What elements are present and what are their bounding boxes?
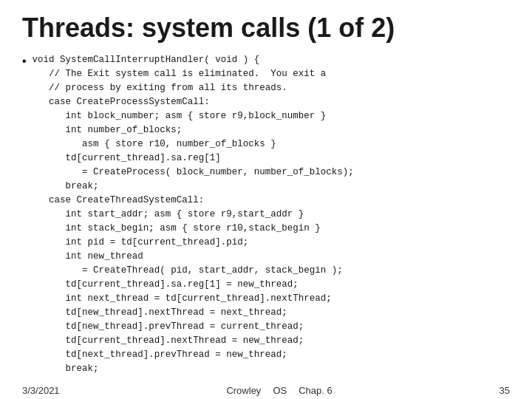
content-area: • void SystemCallInterruptHandler( void … xyxy=(22,53,510,379)
footer-date: 3/3/2021 xyxy=(22,385,60,396)
footer-course: OS xyxy=(273,385,287,396)
footer-chapter: Chap. 6 xyxy=(299,385,332,396)
slide: Threads: system calls (1 of 2) • void Sy… xyxy=(0,0,532,399)
code-content: void SystemCallInterruptHandler( void ) … xyxy=(33,53,354,376)
slide-title: Threads: system calls (1 of 2) xyxy=(22,13,510,43)
footer-center: Crowley OS Chap. 6 xyxy=(226,385,332,396)
footer-author: Crowley xyxy=(226,385,261,396)
bullet-icon: • xyxy=(22,55,27,68)
footer: 3/3/2021 Crowley OS Chap. 6 35 xyxy=(22,379,510,396)
footer-page: 35 xyxy=(499,385,510,396)
bullet-row: • void SystemCallInterruptHandler( void … xyxy=(22,53,510,376)
